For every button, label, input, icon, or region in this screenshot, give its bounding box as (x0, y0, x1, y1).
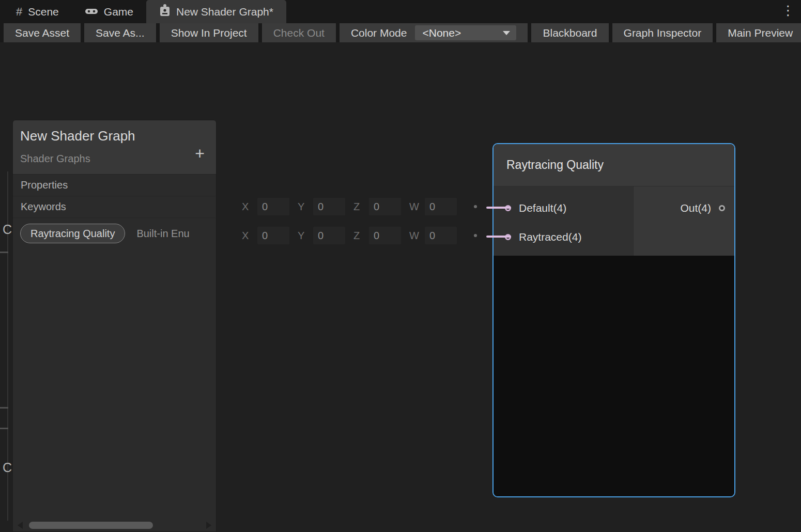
tab-scene[interactable]: # Scene (3, 0, 72, 23)
keyword-type-label: Built-in Enu (136, 228, 189, 240)
save-as-button[interactable]: Save As... (84, 23, 156, 42)
raytracing-quality-node[interactable]: Raytracing Quality Default(4) Raytraced(… (492, 143, 735, 497)
scene-grid-icon: # (16, 5, 22, 19)
color-mode-group: Color Mode <None> (340, 23, 528, 42)
properties-section-header[interactable]: Properties (13, 175, 216, 196)
z-input[interactable]: 0 (369, 227, 401, 244)
y-input[interactable]: 0 (313, 198, 345, 215)
color-mode-label: Color Mode (351, 27, 407, 39)
out-port-icon[interactable] (719, 205, 725, 211)
edge-to-default-port[interactable] (486, 207, 511, 209)
tab-game-label: Game (104, 6, 133, 18)
x-input[interactable]: 0 (257, 227, 289, 244)
keyword-pill-raytracing-quality[interactable]: Raytracing Quality (20, 224, 125, 243)
scroll-right-arrow-icon[interactable] (206, 522, 211, 529)
clipped-node-line (0, 407, 8, 409)
raytraced-port-label: Raytraced(4) (519, 231, 581, 243)
z-input[interactable]: 0 (369, 198, 401, 215)
chevron-down-icon (503, 31, 510, 35)
out-port-label: Out(4) (680, 202, 711, 214)
tab-scene-label: Scene (28, 6, 59, 18)
blackboard-subtitle: Shader Graphs (20, 153, 90, 165)
shader-graph-icon (159, 4, 171, 20)
z-label: Z (353, 230, 365, 242)
blackboard-title: New Shader Graph (20, 128, 135, 144)
w-label: W (409, 230, 421, 242)
clipped-node-text: C (3, 460, 12, 475)
z-label: Z (353, 201, 365, 213)
x-label: X (242, 230, 253, 242)
tab-new-shader-graph[interactable]: New Shader Graph* (146, 0, 286, 23)
tab-game[interactable]: Game (72, 0, 146, 23)
clipped-node-text: C (3, 222, 12, 237)
show-in-project-button[interactable]: Show In Project (160, 23, 258, 42)
x-input[interactable]: 0 (257, 198, 289, 215)
clipped-node-line (0, 252, 8, 253)
node-header[interactable]: Raytracing Quality (494, 144, 734, 186)
blackboard-hscrollbar (13, 519, 216, 531)
keywords-section-header[interactable]: Keywords (13, 196, 216, 218)
keyword-pill-label: Raytracing Quality (30, 228, 115, 240)
default-port-label: Default(4) (519, 202, 566, 214)
graph-inspector-toggle-button[interactable]: Graph Inspector (612, 23, 713, 42)
blackboard-header[interactable]: New Shader Graph Shader Graphs + (13, 120, 216, 175)
gamepad-icon (85, 6, 98, 18)
node-preview (494, 256, 734, 496)
save-asset-button[interactable]: Save Asset (4, 23, 81, 42)
y-label: Y (298, 201, 309, 213)
port-stub-dot (474, 205, 477, 208)
properties-section-label: Properties (21, 179, 68, 191)
out-port-row: Out(4) (680, 199, 725, 217)
tab-shader-graph-label: New Shader Graph* (176, 6, 273, 18)
shader-graph-toolbar: Save Asset Save As... Show In Project Ch… (0, 23, 801, 42)
y-input[interactable]: 0 (313, 227, 345, 244)
add-property-button[interactable]: + (195, 145, 205, 162)
y-label: Y (298, 230, 309, 242)
kebab-menu-icon[interactable]: ⋮ (781, 3, 795, 19)
default-port-vector4-row: X 0 Y 0 Z 0 W 0 (242, 198, 465, 215)
w-label: W (409, 201, 421, 213)
scroll-left-arrow-icon[interactable] (18, 522, 23, 529)
main-preview-toggle-button[interactable]: Main Preview (716, 23, 801, 42)
color-mode-dropdown[interactable]: <None> (415, 25, 516, 40)
scrollbar-thumb[interactable] (29, 522, 153, 529)
raytraced-port-row: Raytraced(4) (505, 228, 581, 246)
blackboard-toggle-button[interactable]: Blackboard (531, 23, 608, 42)
check-out-button: Check Out (262, 23, 336, 42)
raytraced-port-vector4-row: X 0 Y 0 Z 0 W 0 (242, 227, 465, 244)
keyword-row: Raytracing Quality Built-in Enu (20, 224, 216, 243)
w-input[interactable]: 0 (425, 227, 457, 244)
node-ports-area: Default(4) Raytraced(4) Out(4) (494, 186, 734, 256)
keywords-section-label: Keywords (21, 201, 66, 213)
default-port-row: Default(4) (505, 199, 566, 217)
edge-to-raytraced-port[interactable] (486, 236, 511, 238)
editor-tab-bar: # Scene Game New Shader Graph* ⋮ (0, 0, 801, 23)
blackboard-panel: New Shader Graph Shader Graphs + Propert… (12, 120, 217, 532)
port-stub-dot (474, 234, 477, 237)
color-mode-value: <None> (422, 27, 461, 39)
x-label: X (242, 201, 253, 213)
node-title: Raytracing Quality (506, 158, 604, 172)
w-input[interactable]: 0 (425, 198, 457, 215)
clipped-node-line (0, 428, 8, 429)
